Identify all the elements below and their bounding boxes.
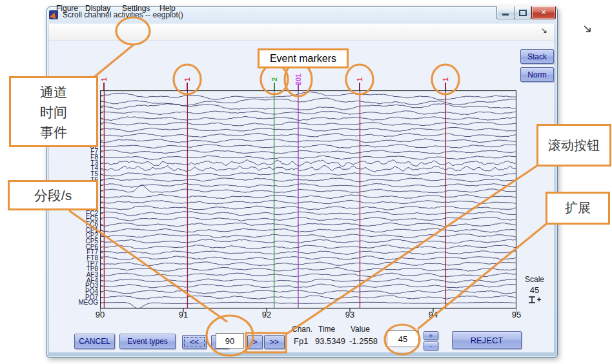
menu-settings[interactable]: Settings xyxy=(119,3,152,14)
status-header-chan: Chan. xyxy=(292,325,312,334)
event-marker-label[interactable]: 1 xyxy=(177,68,198,90)
menu-help[interactable]: Help xyxy=(157,3,178,14)
eeg-trace xyxy=(100,206,516,210)
x-tick-label: 91 xyxy=(174,310,192,319)
eeg-trace xyxy=(100,156,516,160)
screen: Scroll channel activities -- eegplot() ✕… xyxy=(0,0,612,364)
scale-label: Scale xyxy=(519,275,550,284)
eeg-trace xyxy=(100,217,516,221)
norm-button[interactable]: Norm xyxy=(520,67,554,82)
event-marker-label[interactable]: 1 xyxy=(435,68,456,90)
eeg-trace xyxy=(100,284,516,288)
minimize-button[interactable] xyxy=(496,6,515,19)
scale-ibeam-icon xyxy=(526,296,543,305)
eeg-trace xyxy=(100,267,516,271)
annotation-channel-time-event: 通道 时间 事件 xyxy=(9,76,98,147)
eeg-trace xyxy=(100,212,516,216)
eeg-trace xyxy=(100,139,516,143)
eeg-trace xyxy=(100,223,516,227)
reject-button[interactable]: REJECT xyxy=(452,331,522,349)
eeg-trace xyxy=(100,145,516,148)
maximize-button[interactable] xyxy=(514,6,531,19)
eeg-trace xyxy=(100,116,516,120)
eeg-trace xyxy=(100,256,516,260)
eeg-trace xyxy=(100,194,516,198)
status-header-value: Value xyxy=(351,325,370,334)
status-time-value: 93.5349 xyxy=(315,336,345,346)
eeg-trace xyxy=(100,234,516,238)
menu-display[interactable]: Display xyxy=(83,3,113,14)
dock-arrow-icon[interactable]: ↘ xyxy=(541,26,547,35)
scale-minus-button[interactable]: - xyxy=(423,341,438,350)
annotation-scroll-buttons: 滚动按钮 xyxy=(536,124,611,167)
menu-bar xyxy=(49,23,554,41)
close-button[interactable]: ✕ xyxy=(531,6,556,19)
scale-value: 45 xyxy=(519,285,550,295)
eeg-trace xyxy=(100,290,516,294)
eeg-trace xyxy=(100,273,516,277)
eeg-trace xyxy=(100,150,516,154)
x-tick-label: 94 xyxy=(424,310,442,319)
x-tick-label: 90 xyxy=(91,310,109,319)
scroll-forward-button[interactable]: > xyxy=(247,335,263,349)
eeg-trace xyxy=(100,165,516,172)
status-value-value: -1.2558 xyxy=(349,336,378,346)
event-marker-label[interactable]: 1 xyxy=(349,68,370,90)
eeg-trace xyxy=(100,185,516,192)
title-bar[interactable]: Scroll channel activities -- eegplot() xyxy=(49,8,501,22)
eeg-trace xyxy=(100,239,516,243)
status-chan-value: Fp1 xyxy=(294,336,308,346)
stack-button[interactable]: Stack xyxy=(520,49,554,64)
scale-edit-field[interactable] xyxy=(387,330,419,347)
x-tick-label: 93 xyxy=(341,310,359,319)
eeg-trace xyxy=(100,279,516,283)
scale-indicator: Scale 45 xyxy=(519,275,550,307)
x-tick-label: 95 xyxy=(507,310,525,319)
event-marker-label[interactable]: 201 xyxy=(288,68,309,90)
annotation-segment: 分段/s xyxy=(8,180,98,210)
eeg-trace xyxy=(100,133,516,137)
event-types-button[interactable]: Event types xyxy=(119,334,176,349)
eeg-trace xyxy=(100,92,516,100)
eeg-plot-area[interactable] xyxy=(100,90,516,314)
status-header-time: Time xyxy=(318,325,335,334)
eeg-trace xyxy=(100,172,516,176)
menu-figure[interactable]: Figure xyxy=(54,3,81,14)
channel-label: MEOG xyxy=(78,299,98,306)
scroll-forward-fast-button[interactable]: >> xyxy=(264,335,285,349)
annotation-event-markers: Event markers xyxy=(258,48,349,68)
eeg-trace xyxy=(100,122,516,126)
annotation-expand: 扩展 xyxy=(546,192,610,225)
eeg-trace xyxy=(100,183,516,187)
cancel-button[interactable]: CANCEL xyxy=(74,334,115,349)
x-tick-label: 92 xyxy=(258,310,276,319)
eeg-trace xyxy=(100,251,516,255)
eeg-trace xyxy=(100,178,516,182)
eeg-trace xyxy=(100,228,516,232)
eeg-trace xyxy=(100,200,516,204)
scroll-back-fast-button[interactable]: << xyxy=(182,335,207,349)
eeg-trace xyxy=(100,262,516,266)
eeg-trace xyxy=(100,245,516,249)
eeg-trace xyxy=(100,111,516,115)
eeg-trace xyxy=(100,128,516,132)
scale-plus-button[interactable]: + xyxy=(423,331,438,340)
event-marker-label[interactable]: 2 xyxy=(264,68,285,90)
mouse-cursor-icon xyxy=(583,25,593,35)
eeg-trace xyxy=(100,160,516,167)
eeg-trace xyxy=(100,296,516,299)
time-edit-field[interactable] xyxy=(216,333,244,349)
eeg-trace xyxy=(100,302,516,308)
